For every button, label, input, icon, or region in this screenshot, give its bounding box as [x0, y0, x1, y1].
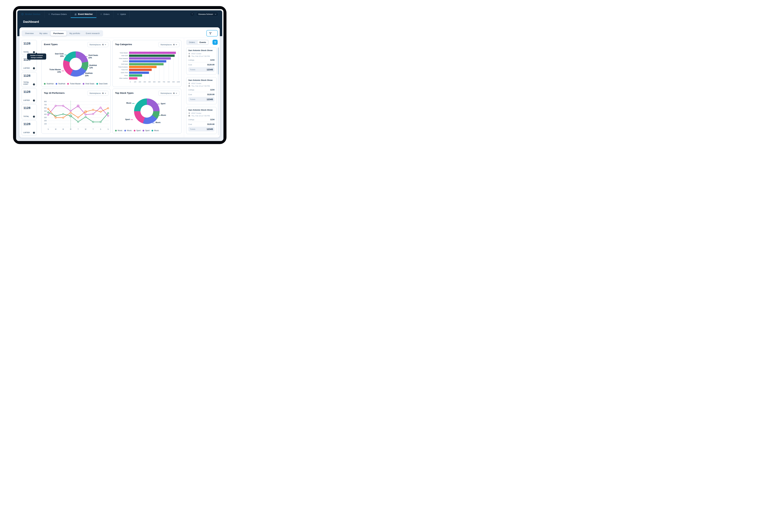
x-tick-label: S [108, 128, 109, 130]
stat-tooltip: Number of tickets/ listings available [27, 54, 46, 60]
tickets-value: 12345 [207, 68, 213, 71]
info-icon[interactable]: i [33, 51, 35, 53]
listings-label: Listings [188, 89, 194, 91]
bar-category-label: Ticket Evolution [115, 66, 129, 68]
nav-tab-purchase-orders[interactable]: ☆Purchase Orders [44, 10, 71, 18]
legend-item: Ticket Master [67, 83, 81, 85]
donut-chart [134, 99, 160, 124]
bar-category-label: Ticket Master [115, 52, 129, 54]
chart-title: Event Types [44, 42, 58, 46]
calendar-icon [188, 85, 190, 87]
chevron-down-icon [175, 44, 177, 45]
chart-card-header: Event TypesMarketplaces:6 [44, 42, 108, 47]
cost-value: $120.00 [207, 93, 214, 96]
user-menu-button[interactable]: Giovana Schnorr [196, 12, 218, 17]
bar-rows: Ticket MasterSeat GeekTicket NetworkStub… [115, 52, 178, 79]
toggle-events[interactable]: Events [197, 40, 209, 45]
tab-my-portfolio[interactable]: My portfolio [67, 31, 83, 36]
x-tick-label: 300 [143, 81, 146, 83]
nav-tab-label: Orders [103, 13, 110, 15]
brand-logo[interactable]: Broker Genius [21, 10, 40, 18]
legend-label: StubHub [58, 83, 65, 85]
x-tick-label: S [100, 128, 101, 130]
nav-tab-orders[interactable]: ☆Orders [96, 10, 113, 18]
star-icon: ☆ [117, 13, 119, 15]
info-icon[interactable]: i [33, 116, 35, 117]
info-icon[interactable]: i [33, 100, 35, 102]
label-connector [132, 103, 134, 104]
bar-row: Other markets [115, 77, 178, 79]
bar [129, 57, 171, 60]
event-card[interactable]: San Antonio Stock ShowAT&T CenterThu, Fe… [186, 107, 216, 134]
slice-name: Sport [125, 118, 130, 120]
label-connector [62, 71, 64, 71]
funnel-icon [209, 32, 212, 35]
marketplaces-dropdown[interactable]: Marketplaces:6 [158, 91, 179, 96]
x-tick-label: W [85, 128, 86, 130]
marketplaces-value: 6 [103, 43, 104, 46]
listings-row: Listings1234 [188, 59, 214, 62]
event-card[interactable]: San Antonio Stock ShowAT&T CenterThu, Fe… [186, 47, 216, 74]
legend-dot [83, 83, 84, 85]
tab-my-sales[interactable]: My sales [36, 31, 50, 36]
legend-dot [124, 130, 126, 131]
slice-name: Music [161, 114, 166, 116]
filter-button[interactable] [207, 30, 218, 36]
bar-track [129, 74, 178, 76]
bar-row: Stubhub [115, 60, 178, 63]
page-canvas: Broker Genius ☆Purchase OrdersEvent Watc… [0, 0, 238, 148]
data-point [77, 121, 79, 122]
info-icon[interactable]: i [33, 132, 35, 134]
marketplaces-dropdown[interactable]: Marketplaces:6 [87, 91, 108, 96]
info-icon[interactable]: i [33, 83, 35, 85]
legend-item: Music [152, 129, 159, 132]
legend-dot [115, 130, 117, 131]
slice-name: Music [156, 121, 161, 123]
bar-track [129, 52, 178, 54]
x-tick-label: M [55, 128, 56, 130]
info-icon[interactable]: i [33, 67, 35, 69]
x-tick-label: 1000 [177, 81, 180, 83]
tab-event-research[interactable]: Event research [83, 31, 103, 36]
label-connector [158, 115, 161, 116]
help-button[interactable]: ? [190, 13, 194, 16]
data-point [48, 112, 49, 113]
tab-purchases[interactable]: Purchases [50, 31, 67, 36]
data-point [85, 111, 86, 112]
data-point [100, 121, 101, 123]
bar [129, 66, 157, 68]
nav-tab-event-watcher[interactable]: Event Watcher [71, 10, 97, 18]
tooltip-line1: Number of tickets/ [30, 55, 43, 56]
bar-chart: Ticket MasterSeat GeekTicket NetworkStub… [115, 52, 178, 79]
event-card[interactable]: San Antonio Stock ShowAT&T CenterThu, Fe… [186, 77, 216, 104]
page-title: Dashboard [23, 20, 39, 23]
sidebar-filter-button[interactable] [213, 40, 218, 45]
x-tick-label: 800 [167, 81, 170, 83]
y-tick-label: 500 [44, 110, 47, 112]
data-point [70, 112, 71, 113]
legend-dot [96, 83, 98, 85]
sidebar-scrollbar-track[interactable] [218, 47, 219, 135]
location-pin-icon [188, 112, 190, 114]
marketplaces-label: Marketplaces: [89, 44, 101, 46]
sidebar-scrollbar-thumb[interactable] [218, 47, 219, 74]
cost-value: $120.00 [207, 123, 214, 125]
location-pin-icon [188, 82, 190, 84]
data-point [48, 114, 49, 115]
bar-row: Ticket Pick [115, 69, 178, 71]
slice-percent: 20% [60, 55, 64, 57]
event-datetime: Thu, Feb 10 at 7:00 PM [191, 85, 210, 87]
marketplaces-dropdown[interactable]: Marketplaces:6 [158, 42, 179, 47]
marketplaces-dropdown[interactable]: Marketplaces:6 [87, 42, 108, 47]
data-point [63, 113, 64, 115]
legend-dot [67, 83, 69, 85]
nav-tab-uptick[interactable]: ☆Uptick [113, 10, 130, 18]
tickets-row: Tickets12345 [188, 127, 214, 131]
tickets-row: Tickets12345 [188, 67, 214, 72]
chart-title: Top Categories [115, 42, 132, 46]
y-tick-label: 400 [44, 113, 47, 115]
toggle-orders[interactable]: Orders [187, 40, 197, 45]
data-point [108, 112, 109, 114]
tickets-row: Tickets12345 [188, 97, 214, 102]
tab-overview[interactable]: Overview [22, 31, 36, 36]
